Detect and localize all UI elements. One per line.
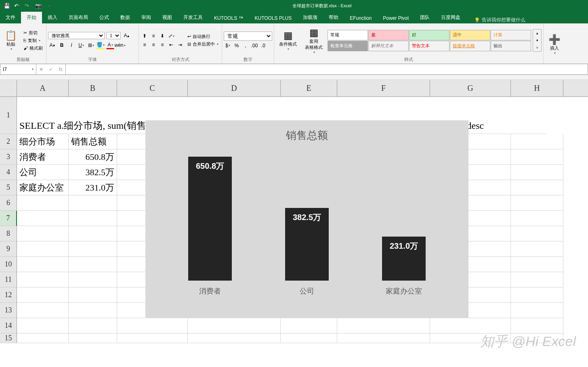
- align-right-icon[interactable]: ≡: [158, 41, 166, 49]
- formula-input[interactable]: [66, 64, 588, 75]
- table-format-button[interactable]: ▦ 套用 表格格式▾: [302, 25, 326, 56]
- col-C[interactable]: C: [117, 80, 188, 96]
- fx-icon[interactable]: fx: [56, 67, 65, 72]
- style-link[interactable]: 链接单元格: [450, 41, 490, 51]
- tab-review[interactable]: 审阅: [136, 12, 157, 23]
- bar-chart[interactable]: 销售总额 650.8万消费者382.5万公司231.0万家庭办公室: [145, 120, 468, 318]
- fill-color-icon[interactable]: 🪣▾: [97, 41, 105, 49]
- tab-data[interactable]: 数据: [115, 12, 136, 23]
- style-normal[interactable]: 常规: [328, 30, 368, 40]
- style-output[interactable]: 输出: [491, 41, 531, 51]
- cell-H2[interactable]: [511, 134, 563, 149]
- tell-me-search[interactable]: 💡 告诉我你想要做什么: [474, 17, 525, 23]
- undo-icon[interactable]: ↶▾: [14, 2, 21, 9]
- redo-icon[interactable]: ↷▾: [24, 2, 32, 9]
- number-format-select[interactable]: 常规: [224, 31, 272, 41]
- tab-help[interactable]: 帮助: [323, 12, 344, 23]
- row-header-2[interactable]: 2: [0, 134, 17, 149]
- align-top-icon[interactable]: ⬆: [141, 32, 149, 40]
- tab-team[interactable]: 团队: [414, 12, 435, 23]
- row-header-4[interactable]: 4: [0, 165, 17, 180]
- font-color-icon[interactable]: A▾: [106, 41, 114, 49]
- style-warning[interactable]: 警告文本: [409, 41, 449, 51]
- percent-icon[interactable]: %: [233, 42, 241, 50]
- copy-button[interactable]: ⎘复制▾: [22, 37, 44, 44]
- cell-A2[interactable]: 细分市场: [17, 134, 69, 149]
- row-header-3[interactable]: 3: [0, 149, 17, 165]
- tab-file[interactable]: 文件: [0, 12, 21, 23]
- style-neutral[interactable]: 适中: [450, 30, 490, 40]
- tab-efunction[interactable]: EFunction: [344, 13, 377, 23]
- currency-icon[interactable]: $▾: [224, 42, 232, 50]
- style-good[interactable]: 好: [409, 30, 449, 40]
- cell-A4[interactable]: 公司: [17, 165, 69, 180]
- col-D[interactable]: D: [188, 80, 281, 96]
- decrease-font-icon[interactable]: A▾: [48, 41, 56, 49]
- style-bad[interactable]: 差: [368, 30, 409, 40]
- tab-addin[interactable]: 加载项: [297, 12, 323, 23]
- row-header-1[interactable]: 1: [0, 97, 17, 134]
- decrease-decimal-icon[interactable]: .0: [259, 42, 267, 50]
- style-explain[interactable]: 解释性文本: [368, 41, 409, 51]
- tab-kutools-plus[interactable]: KUTOOLS PLUS: [249, 13, 297, 23]
- gallery-down-icon[interactable]: ▾: [533, 37, 541, 44]
- paste-button[interactable]: 📋 粘贴 ▾: [2, 28, 20, 52]
- name-box[interactable]: I7 ▾: [0, 64, 36, 75]
- col-F[interactable]: F: [337, 80, 430, 96]
- cell-A5[interactable]: 家庭办公室: [17, 180, 69, 195]
- font-name-select[interactable]: 微软雅黑: [48, 32, 105, 39]
- confirm-icon[interactable]: ✓: [46, 67, 56, 72]
- cell-B3[interactable]: 650.8万: [69, 149, 117, 165]
- indent-left-icon[interactable]: ⇤: [167, 41, 175, 49]
- comma-icon[interactable]: ,: [242, 42, 250, 50]
- underline-icon[interactable]: U▾: [77, 41, 85, 49]
- border-icon[interactable]: ⊞▾: [87, 41, 95, 49]
- camera-icon[interactable]: 📷: [35, 2, 42, 9]
- col-B[interactable]: B: [69, 80, 117, 96]
- gallery-more-icon[interactable]: ▿: [533, 44, 541, 51]
- cell-A3[interactable]: 消费者: [17, 149, 69, 165]
- increase-font-icon[interactable]: A▴: [122, 31, 130, 40]
- increase-decimal-icon[interactable]: .00: [250, 42, 258, 50]
- cell-B2[interactable]: 销售总额: [69, 134, 117, 149]
- format-painter-button[interactable]: 🖌格式刷: [22, 45, 44, 52]
- tab-view[interactable]: 视图: [157, 12, 178, 23]
- col-A[interactable]: A: [17, 80, 69, 96]
- insert-cells-button[interactable]: ➕ 插入▾: [545, 32, 564, 57]
- qat-more-icon[interactable]: ▾: [45, 2, 52, 9]
- italic-icon[interactable]: I: [67, 41, 76, 49]
- indent-right-icon[interactable]: ⇥: [176, 41, 184, 49]
- conditional-format-button[interactable]: ▦ 条件格式▾: [276, 28, 300, 52]
- orientation-icon[interactable]: ⤢▾: [167, 32, 175, 40]
- cell-B4[interactable]: 382.5万: [69, 165, 117, 180]
- select-all-corner[interactable]: [0, 80, 17, 96]
- align-center-icon[interactable]: ≡: [149, 41, 158, 49]
- col-G[interactable]: G: [430, 80, 511, 96]
- col-E[interactable]: E: [281, 80, 337, 96]
- phonetic-icon[interactable]: wén▾: [116, 41, 124, 49]
- tab-dev[interactable]: 开发工具: [178, 12, 208, 23]
- merge-center-button[interactable]: ⊟合并后居中▾: [186, 41, 220, 48]
- tab-insert[interactable]: 插入: [42, 12, 63, 23]
- tab-kutools[interactable]: KUTOOLS ™: [208, 13, 249, 23]
- font-size-select[interactable]: 11: [106, 32, 121, 39]
- tab-powerpivot[interactable]: Power Pivot: [377, 13, 414, 23]
- col-H[interactable]: H: [511, 80, 563, 96]
- wrap-text-button[interactable]: ↩自动换行: [186, 33, 220, 40]
- align-bottom-icon[interactable]: ⬇: [158, 32, 166, 40]
- tab-layout[interactable]: 页面布局: [63, 12, 94, 23]
- style-check[interactable]: 检查单元格: [328, 41, 368, 51]
- cancel-icon[interactable]: ✕: [36, 67, 46, 72]
- bold-icon[interactable]: B: [58, 41, 66, 49]
- save-icon[interactable]: 💾: [3, 2, 10, 9]
- tab-formula[interactable]: 公式: [94, 12, 115, 23]
- gallery-up-icon[interactable]: ▴: [533, 29, 541, 37]
- tab-baidu[interactable]: 百度网盘: [435, 12, 466, 23]
- cell-B5[interactable]: 231.0万: [69, 180, 117, 195]
- style-calc[interactable]: 计算: [491, 30, 531, 40]
- cut-button[interactable]: ✂剪切: [22, 29, 44, 36]
- align-middle-icon[interactable]: ≡: [149, 32, 158, 40]
- align-left-icon[interactable]: ≡: [141, 41, 149, 49]
- tab-home[interactable]: 开始: [21, 12, 42, 23]
- row-header-5[interactable]: 5: [0, 180, 17, 195]
